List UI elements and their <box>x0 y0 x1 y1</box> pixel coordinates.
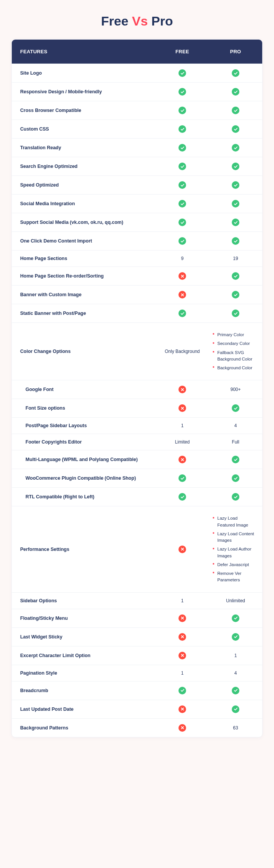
table-row: Speed Optimized <box>12 176 262 194</box>
pro-cell <box>209 64 262 82</box>
free-cell <box>156 506 209 592</box>
check-icon <box>232 614 239 622</box>
page-title: Free Vs Pro <box>11 14 263 29</box>
pro-cell: Full <box>209 434 262 450</box>
check-icon <box>232 310 239 317</box>
cell-text: 63 <box>233 725 238 731</box>
check-icon <box>232 633 239 641</box>
pro-cell <box>209 195 262 213</box>
check-icon <box>232 69 239 77</box>
pro-cell <box>209 232 262 250</box>
feature-bullet: Primary Color <box>213 330 256 339</box>
table-row: Last Updated Post Date <box>12 700 262 718</box>
cross-icon <box>178 456 186 463</box>
feature-bullet: Fallback SVG Background Color <box>213 348 256 364</box>
table-row: Color Change OptionsOnly BackgroundPrima… <box>12 322 262 380</box>
pro-cell <box>209 157 262 176</box>
pro-cell <box>209 83 262 101</box>
table-row: Excerpt Character Limit Option1 <box>12 646 262 665</box>
free-cell <box>156 609 209 627</box>
feature-label: Last Widget Sticky <box>12 628 156 646</box>
cell-text: 4 <box>234 423 237 428</box>
feature-label: WooCommerce Plugin Compatible (Online Sh… <box>12 469 156 487</box>
pro-cell <box>209 450 262 469</box>
free-cell <box>156 450 209 469</box>
free-cell: 1 <box>156 593 209 609</box>
check-icon <box>232 493 239 501</box>
title-free: Free <box>101 14 128 28</box>
check-icon <box>178 144 186 152</box>
feature-label: Breadcrumb <box>12 681 156 700</box>
table-row: Translation Ready <box>12 138 262 157</box>
table-row: Pagination Style14 <box>12 665 262 681</box>
cell-text: Full <box>232 439 239 445</box>
check-icon <box>232 237 239 245</box>
feature-label: Home Page Section Re-order/Sorting <box>12 267 156 285</box>
cross-icon <box>178 614 186 622</box>
cell-text: Limited <box>175 439 190 445</box>
free-cell <box>156 719 209 737</box>
free-cell <box>156 380 209 399</box>
check-icon <box>232 474 239 482</box>
pro-cell <box>209 139 262 157</box>
table-row: Footer Copyrights EditorLimitedFull <box>12 434 262 450</box>
table-row: Home Page Section Re-order/Sorting <box>12 266 262 285</box>
feature-bullet: Secondary Color <box>213 339 256 348</box>
free-cell <box>156 101 209 120</box>
cross-icon <box>178 272 186 280</box>
free-cell <box>156 267 209 285</box>
cross-icon <box>178 386 186 393</box>
cross-icon <box>178 291 186 298</box>
free-cell <box>156 157 209 176</box>
check-icon <box>232 200 239 207</box>
table-header: FEATURES FREE PRO <box>12 40 262 64</box>
check-icon <box>232 88 239 96</box>
free-cell: 1 <box>156 665 209 681</box>
feature-label: Multi-Language (WPML and Polylang Compat… <box>12 450 156 469</box>
check-icon <box>178 69 186 77</box>
cell-text: Unlimited <box>226 598 245 603</box>
pro-cell <box>209 304 262 322</box>
pro-cell: 63 <box>209 719 262 737</box>
pro-cell <box>209 700 262 718</box>
feature-bullet: Lazy Load Author Images <box>213 545 256 560</box>
feature-label: Site Logo <box>12 64 156 82</box>
cell-text: 19 <box>233 256 238 261</box>
pro-cell: Primary ColorSecondary ColorFallback SVG… <box>209 323 262 380</box>
check-icon <box>178 200 186 207</box>
free-cell <box>156 232 209 250</box>
check-icon <box>232 181 239 189</box>
header-free: FREE <box>156 40 209 64</box>
feature-label: Background Patterns <box>12 719 156 737</box>
pro-cell: Lazy Load Featured ImageLazy Load Conten… <box>209 506 262 592</box>
feature-label: Excerpt Character Limit Option <box>12 646 156 665</box>
check-icon <box>178 219 186 226</box>
feature-label: Home Page Sections <box>12 251 156 266</box>
check-icon <box>178 163 186 170</box>
table-row: Performance SettingsLazy Load Featured I… <box>12 506 262 592</box>
check-icon <box>232 144 239 152</box>
feature-label: Footer Copyrights Editor <box>12 434 156 450</box>
check-icon <box>232 705 239 713</box>
cross-icon <box>178 724 186 732</box>
check-icon <box>178 181 186 189</box>
check-icon <box>232 125 239 133</box>
check-icon <box>232 291 239 298</box>
feature-label: Cross Browser Compatible <box>12 101 156 120</box>
title-vs: Vs <box>132 14 148 28</box>
free-cell <box>156 304 209 322</box>
table-row: Google Font900+ <box>12 380 262 399</box>
feature-label: Sidebar Options <box>12 593 156 609</box>
feature-label: Speed Optimized <box>12 176 156 194</box>
free-cell <box>156 488 209 506</box>
pro-cell: 4 <box>209 418 262 434</box>
pro-cell <box>209 120 262 138</box>
free-cell <box>156 213 209 231</box>
feature-bullet: Defer Javascript <box>213 560 256 569</box>
cross-icon <box>178 652 186 659</box>
comparison-table: FEATURES FREE PRO Site LogoResponsive De… <box>11 39 263 737</box>
table-row: Search Engine Optimized <box>12 157 262 176</box>
feature-label: One Click Demo Content Import <box>12 232 156 250</box>
pro-cell <box>209 609 262 627</box>
pro-cell <box>209 469 262 487</box>
